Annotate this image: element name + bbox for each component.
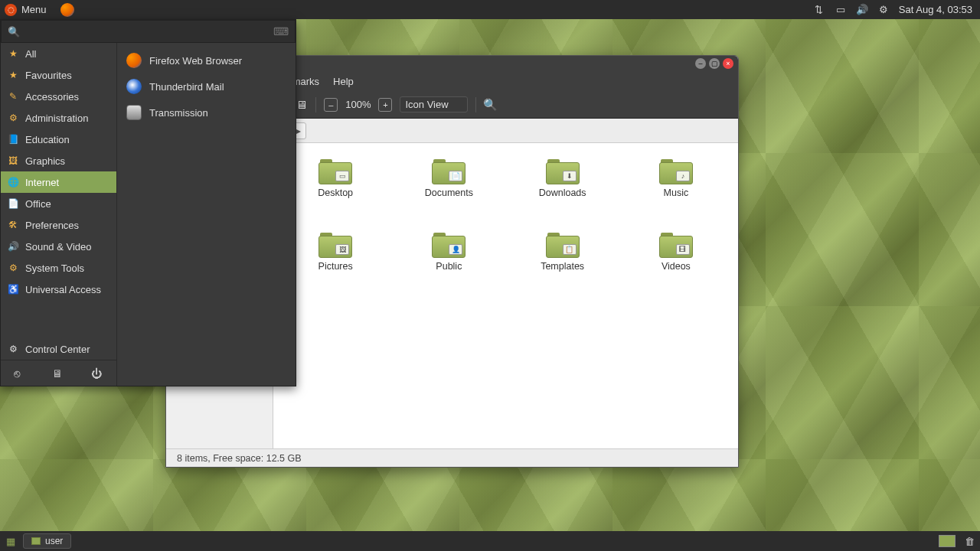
zoom-out-icon[interactable]: – (324, 98, 338, 112)
search-icon: 🔍 (8, 26, 20, 37)
application-menu: 🔍 ⌨ ★All★Favourites✎Accessories⚙Administ… (0, 19, 296, 386)
category-item-universal-access[interactable]: ♿Universal Access (1, 279, 116, 300)
category-item-system-tools[interactable]: ⚙System Tools (1, 257, 116, 279)
category-item-internet[interactable]: 🌐Internet (1, 171, 116, 193)
category-label: Office (25, 198, 51, 210)
view-mode-select[interactable]: Icon View (400, 96, 467, 112)
folder-pictures[interactable]: 🖼Pictures (281, 230, 390, 299)
volume-icon[interactable]: 🔊 (856, 4, 868, 16)
firefox-icon (126, 53, 142, 68)
category-label: Education (25, 134, 70, 145)
app-item-firefox-web-browser[interactable]: Firefox Web Browser (117, 47, 296, 73)
menu-search-input[interactable] (24, 26, 273, 37)
category-icon: ⚙ (7, 112, 19, 124)
app-label: Thunderbird Mail (149, 81, 224, 93)
category-label: System Tools (25, 262, 84, 274)
folder-documents[interactable]: 📄Documents (394, 157, 503, 226)
menu-help[interactable]: Help (333, 76, 354, 87)
file-manager-content[interactable]: ▭Desktop📄Documents⬇Downloads♪Music🖼Pictu… (273, 143, 738, 448)
window-maximize-button[interactable]: ▢ (709, 58, 720, 69)
category-item-preferences[interactable]: 🛠Preferences (1, 214, 116, 236)
firefox-launcher-icon[interactable] (60, 3, 74, 17)
app-item-thunderbird-mail[interactable]: Thunderbird Mail (117, 73, 296, 99)
category-item-accessories[interactable]: ✎Accessories (1, 86, 116, 107)
category-label: Accessories (25, 91, 79, 103)
show-desktop-icon[interactable]: ▦ (5, 535, 17, 547)
bottom-taskbar: ▦ user 🗑 (0, 531, 980, 551)
category-icon: ★ (7, 69, 19, 81)
category-item-office[interactable]: 📄Office (1, 193, 116, 214)
trash-icon[interactable]: 🗑 (963, 535, 975, 547)
folder-desktop[interactable]: ▭Desktop (281, 157, 390, 226)
folder-label: Documents (425, 187, 473, 198)
category-item-administration[interactable]: ⚙Administration (1, 107, 116, 129)
zoom-in-icon[interactable]: + (378, 98, 392, 112)
category-label: Favourites (25, 70, 72, 81)
folder-icon: 🖼 (318, 230, 352, 258)
folder-music[interactable]: ♪Music (622, 157, 730, 226)
category-label: Internet (25, 177, 59, 188)
status-bar: 8 items, Free space: 12.5 GB (166, 448, 738, 467)
app-label: Firefox Web Browser (149, 55, 242, 67)
category-item-education[interactable]: 📘Education (1, 129, 116, 150)
distributor-logo-icon[interactable]: ◌ (5, 4, 17, 16)
taskbar-window-button[interactable]: user (23, 533, 71, 549)
category-icon: ⚙ (7, 262, 19, 274)
folder-icon: 👤 (432, 230, 466, 258)
folder-public[interactable]: 👤Public (394, 230, 503, 299)
control-center-item[interactable]: ⚙ Control Center (1, 338, 116, 360)
category-label: Preferences (25, 220, 79, 231)
folder-icon: ⬇ (546, 157, 580, 184)
menu-search-row: 🔍 ⌨ (1, 20, 296, 43)
folder-videos[interactable]: 🎞Videos (622, 230, 730, 299)
window-close-button[interactable]: × (723, 58, 733, 69)
category-icon: ♿ (7, 283, 19, 295)
folder-badge-icon: 🎞 (676, 244, 690, 255)
logout-icon[interactable]: ⎋ (14, 367, 26, 380)
category-label: Administration (25, 112, 88, 124)
settings-icon[interactable]: ⚙ (877, 4, 890, 16)
category-item-sound-video[interactable]: 🔊Sound & Video (1, 236, 116, 257)
clock-label[interactable]: Sat Aug 4, 03:53 (899, 4, 972, 15)
folder-badge-icon: 📄 (449, 171, 462, 181)
folder-badge-icon: ♪ (676, 171, 690, 181)
window-minimize-button[interactable]: – (695, 58, 706, 69)
app-label: Transmission (149, 107, 208, 119)
power-icon[interactable]: ⏻ (91, 367, 103, 380)
folder-mini-icon (31, 537, 41, 545)
category-icon: 🖼 (7, 155, 19, 167)
folder-badge-icon: 🖼 (335, 244, 349, 255)
folder-label: Downloads (539, 187, 586, 198)
category-icon: 🔊 (7, 240, 19, 253)
category-list: ★All★Favourites✎Accessories⚙Administrati… (1, 43, 117, 386)
app-item-transmission[interactable]: Transmission (117, 99, 296, 126)
transmission-icon (126, 105, 142, 120)
category-label: Universal Access (25, 284, 101, 295)
lock-icon[interactable]: 🖥 (52, 367, 64, 380)
folder-templates[interactable]: 📋Templates (508, 230, 617, 299)
category-icon: 📄 (7, 197, 19, 210)
keyboard-icon[interactable]: ⌨ (273, 25, 289, 37)
category-icon: 🌐 (7, 176, 19, 188)
category-icon: ✎ (7, 90, 19, 103)
category-label: All (25, 48, 36, 60)
folder-icon: ♪ (659, 157, 693, 184)
category-item-graphics[interactable]: 🖼Graphics (1, 150, 116, 171)
application-list: Firefox Web BrowserThunderbird MailTrans… (117, 43, 296, 386)
category-item-favourites[interactable]: ★Favourites (1, 64, 116, 86)
category-item-all[interactable]: ★All (1, 43, 116, 64)
folder-badge-icon: 📋 (563, 244, 577, 255)
network-icon[interactable]: ⇅ (813, 4, 825, 16)
folder-downloads[interactable]: ⬇Downloads (508, 157, 617, 226)
folder-icon: 🎞 (659, 230, 693, 258)
top-panel: ◌ Menu ⇅ ▭ 🔊 ⚙ Sat Aug 4, 03:53 (0, 0, 980, 19)
menu-button-label[interactable]: Menu (21, 4, 47, 15)
folder-label: Public (436, 261, 462, 272)
search-icon[interactable]: 🔍 (484, 98, 498, 112)
folder-badge-icon: ▭ (335, 171, 349, 181)
workspace-switcher-icon[interactable] (939, 535, 956, 547)
battery-icon[interactable]: ▭ (835, 4, 847, 16)
zoom-level-label: 100% (345, 99, 371, 110)
folder-label: Music (664, 187, 689, 198)
folder-icon: ▭ (318, 157, 352, 184)
